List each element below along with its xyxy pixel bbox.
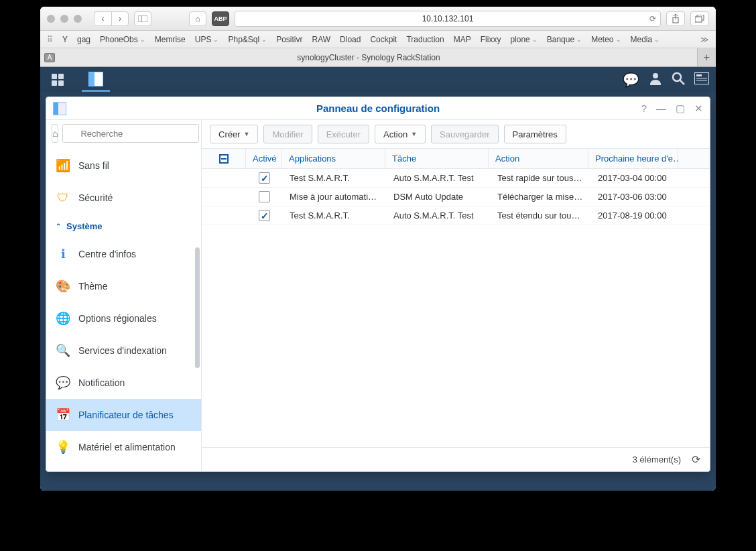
sidebar-item-label: Thème [78,281,108,292]
execute-button[interactable]: Exécuter [318,125,369,143]
tabs-icon [695,15,704,23]
bookmark-item[interactable]: gag [77,35,90,44]
chat-icon[interactable]: 💬 [623,72,639,88]
dsm-desktop: 💬 Panneau de configuration ? [40,67,716,491]
bookmark-item[interactable]: Memrise [155,35,186,44]
col-active[interactable]: Activé [245,149,282,168]
col-task[interactable]: Tâche [385,149,489,168]
minimize-icon[interactable]: — [656,103,666,115]
create-button[interactable]: Créer▼ [210,125,258,143]
table-row[interactable]: Test S.M.A.R.T. Auto S.M.A.R.T. Test Tes… [202,169,710,188]
adblock-button[interactable]: ABP [212,11,229,26]
close-icon[interactable]: ✕ [694,103,703,115]
sidebar-item[interactable]: 📶Sans fil [46,149,201,182]
browser-tab-bar: A synologyCluster - Synology RackStation… [40,48,716,67]
bookmark-item[interactable]: Media⌄ [631,35,660,44]
item-count: 3 élément(s) [633,454,681,465]
chevron-down-icon: ▼ [411,131,417,137]
svg-point-7 [673,73,681,81]
back-button[interactable]: ‹ [94,11,111,26]
sidebar-section[interactable]: ⌃Système [46,214,201,238]
sidebar-item[interactable]: 💡Matériel et alimentation [46,431,201,463]
browser-tab[interactable]: synologyCluster - Synology RackStation [40,48,697,66]
bookmark-item[interactable]: Banque⌄ [547,35,582,44]
bookmark-item[interactable]: Cockpit [370,35,397,44]
maximize-icon[interactable]: ▢ [676,103,685,115]
col-applications[interactable]: Applications [281,149,385,168]
search-icon[interactable] [672,72,685,88]
bookmark-item[interactable]: Dload [340,35,361,44]
scrollbar-thumb[interactable] [195,247,200,368]
cell-next: 2017-03-06 03:00 [591,192,682,202]
row-checkbox[interactable] [259,210,270,221]
bookmark-item[interactable]: Php&Sql⌄ [228,35,267,44]
chat-icon: 💬 [56,375,70,390]
action-button[interactable]: Action▼ [375,125,426,143]
sidebar-button[interactable] [134,11,151,26]
home-button[interactable]: ⌂ [189,11,206,26]
sidebar-item[interactable]: 🔍Services d'indexation [46,334,201,367]
new-tab-button[interactable]: + [697,48,716,66]
tabs-button[interactable] [690,11,709,26]
col-action[interactable]: Action [488,149,588,168]
bookmark-item[interactable]: Positivr [276,35,302,44]
bookmark-item[interactable]: RAW [312,35,331,44]
info-icon: ℹ [56,247,70,261]
bookmark-item[interactable]: PhoneObs⌄ [100,35,145,44]
bookmark-item[interactable]: Flixxy [481,35,501,44]
sidebar-item[interactable]: 💬Notification [46,367,201,399]
search-input[interactable] [62,124,199,143]
refresh-icon[interactable]: ⟳ [692,453,700,466]
bookmark-item[interactable]: UPS⌄ [195,35,219,44]
url-bar[interactable]: 10.10.132.101 ⟳ [235,11,661,27]
zoom-window-button[interactable] [74,15,82,23]
row-checkbox[interactable] [259,191,270,202]
table-row[interactable]: Mise à jour automatiq… DSM Auto Update T… [202,188,710,206]
browser-toolbar: ‹ › ⌂ ABP 10.10.132.101 ⟳ [40,7,716,31]
bookmarks-bar: ⠿ YgagPhoneObs⌄MemriseUPS⌄Php&Sql⌄Positi… [40,31,716,48]
bookmarks-overflow-icon[interactable]: ≫ [700,35,709,44]
bookmark-item[interactable]: Y [62,35,68,44]
bookmarks-grid-icon[interactable]: ⠿ [47,35,53,44]
table-row[interactable]: Test S.M.A.R.T. Auto S.M.A.R.T. Test Tes… [202,206,710,225]
control-panel-task[interactable] [82,68,110,92]
row-checkbox[interactable] [259,172,270,184]
sidebar-item-label: Matériel et alimentation [78,442,176,452]
bookmark-item[interactable]: MAP [454,35,471,44]
save-button[interactable]: Sauvegarder [431,125,498,143]
bookmark-item[interactable]: Traduction [406,35,444,44]
window-title: Panneau de configuration [316,103,440,114]
main-menu-button[interactable] [47,70,68,89]
bookmark-item[interactable]: plone⌄ [510,35,537,44]
col-next-run[interactable]: Prochaine heure d'e… [588,149,678,168]
close-window-button[interactable] [47,15,55,23]
sidebar-item[interactable]: 🛡Sécurité [46,182,201,214]
table-header: Activé Applications Tâche Action Prochai… [202,149,710,169]
widgets-icon[interactable] [694,72,709,88]
share-button[interactable] [666,11,685,26]
sidebar-item-label: Options régionales [78,313,157,324]
header-checkbox[interactable] [219,154,229,164]
cell-app: Test S.M.A.R.T. [283,210,387,221]
forward-button[interactable]: › [111,11,129,26]
help-icon[interactable]: ? [641,103,647,115]
sidebar-item[interactable]: 🌐Options régionales [46,302,201,334]
cell-app: Test S.M.A.R.T. [283,173,387,183]
nav-back-forward: ‹ › [94,11,129,26]
bookmark-item[interactable]: Meteo⌄ [591,35,621,44]
user-icon[interactable] [649,72,662,88]
reload-icon[interactable]: ⟳ [649,14,656,23]
sidebar-item-label: Centre d'infos [78,249,136,259]
svg-line-8 [680,80,684,84]
bulb-icon: 💡 [56,440,70,454]
sidebar-home-button[interactable]: ⌂ [52,124,58,143]
sidebar-item[interactable]: 🎨Thème [46,270,201,302]
settings-button[interactable]: Paramètres [504,125,566,143]
chevron-down-icon: ⌄ [576,36,582,43]
modify-button[interactable]: Modifier [263,125,312,143]
cell-action: Test étendu sur tous l… [491,210,591,221]
sidebar-item[interactable]: ℹCentre d'infos [46,238,201,270]
sidebar-item[interactable]: 📅Planificateur de tâches [46,399,201,431]
cell-action: Test rapide sur tous l… [491,173,591,183]
minimize-window-button[interactable] [60,15,68,23]
